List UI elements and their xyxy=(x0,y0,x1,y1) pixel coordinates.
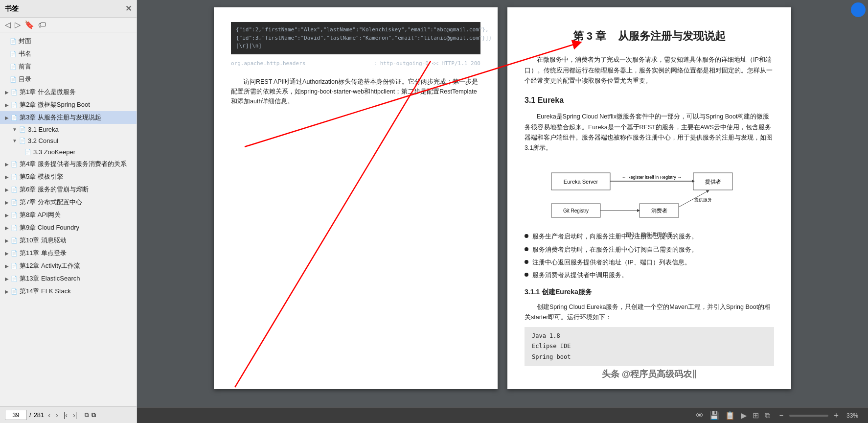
right-page: 第 3 章 从服务注册与发现说起 在微服务中，消费者为了完成一次服务请求，需要知… xyxy=(507,7,791,389)
tree-arrow-ch3-2: ▼ xyxy=(12,138,17,143)
sidebar-item-ch3-2[interactable]: ▼📄3.2 Consul xyxy=(0,135,137,146)
bullet-dot-3 xyxy=(525,260,528,264)
grid-icon[interactable]: ⊞ xyxy=(753,411,759,420)
svg-text:消费者: 消费者 xyxy=(651,208,667,213)
sidebar-item-book-title[interactable]: 📄书名 xyxy=(0,47,137,60)
tree-label-ch9: 第9章 Cloud Foundry xyxy=(20,223,79,232)
bullet-dot-1 xyxy=(525,234,528,238)
tree-label-ch14: 第14章 ELK Stack xyxy=(20,287,71,296)
eureka-create-desc: 创建Spring Cloud Eureka服务，只创建一个空的Maven工程，并… xyxy=(525,302,774,323)
bookmark-back-icon[interactable]: ◁ xyxy=(5,20,11,29)
layout-icon[interactable]: ⧉ xyxy=(765,411,770,420)
sidebar-item-ch8[interactable]: ▶📄第8章 API网关 xyxy=(0,209,137,221)
sidebar-item-preface[interactable]: 📄前言 xyxy=(0,60,137,73)
sidebar-item-ch3-1[interactable]: ▼📄3.1 Eureka xyxy=(0,124,137,135)
sidebar-item-ch4[interactable]: ▶📄第4章 服务提供者与服务消费者的关系 xyxy=(0,158,137,170)
sidebar-item-cover[interactable]: 📄封面 xyxy=(0,35,137,47)
nav-last-button[interactable]: ›| xyxy=(71,411,78,419)
svg-text:Git Registry: Git Registry xyxy=(563,208,589,213)
eye-icon[interactable]: 👁 xyxy=(696,411,704,420)
bookmark-icon-preface: 📄 xyxy=(10,64,17,70)
sidebar-close-button[interactable]: ✕ xyxy=(125,4,132,13)
page-separator: / xyxy=(29,411,31,419)
zoom-out-button[interactable]: － xyxy=(776,410,787,421)
sidebar-item-ch1[interactable]: ▶📄第1章 什么是微服务 xyxy=(0,86,137,98)
sidebar-item-ch9[interactable]: ▶📄第9章 Cloud Foundry xyxy=(0,221,137,234)
tree-arrow-ch4: ▶ xyxy=(5,162,9,167)
eureka-diagram: Eureka Server 提供者 ← Register itself in R… xyxy=(547,161,752,224)
zoom-level: 33% xyxy=(846,412,858,419)
chapter-intro: 在微服务中，消费者为了完成一次服务请求，需要知道具体服务的详细地址（IP和端口）… xyxy=(525,55,774,86)
bookmark-icon-ch12: 📄 xyxy=(11,263,18,269)
env-block: Java 1.8 Eclipse IDE Spring boot xyxy=(525,327,774,367)
nav-first-button[interactable]: |‹ xyxy=(62,411,69,419)
bullet-dot-4 xyxy=(525,273,528,277)
code-line-2: {"id":3,"firstName":"David","lastName":"… xyxy=(236,34,476,43)
sidebar-item-ch12[interactable]: ▶📄第12章 Activity工作流 xyxy=(0,259,137,272)
tree-label-ch3: 第3章 从服务注册与发现说起 xyxy=(20,113,101,122)
bookmark-icon-ch4: 📄 xyxy=(11,161,18,167)
bookmark-icon-ch3: 📄 xyxy=(11,115,18,121)
sidebar-item-ch3-3[interactable]: 📄3.3 ZooKeeper xyxy=(0,146,137,158)
watermark: 头条 @程序员高级码农‖ xyxy=(507,367,791,382)
sidebar-item-ch6[interactable]: ▶📄第6章 服务的雪崩与熔断 xyxy=(0,183,137,196)
sidebar: 书签 ✕ ◁ ▷ 🔖 🏷 📄封面📄书名📄前言📄目录▶📄第1章 什么是微服务▶📄第… xyxy=(0,0,137,423)
sidebar-item-ch13[interactable]: ▶📄第13章 ElasticSearch xyxy=(0,272,137,285)
bullet-dot-2 xyxy=(525,247,528,251)
tree-label-book-title: 书名 xyxy=(19,49,31,58)
zoom-slider[interactable] xyxy=(789,415,828,417)
sidebar-tree: 📄封面📄书名📄前言📄目录▶📄第1章 什么是微服务▶📄第2章 微框架Spring … xyxy=(0,32,137,406)
page-input[interactable] xyxy=(5,410,27,420)
tree-arrow-ch13: ▶ xyxy=(5,276,9,282)
bookmark-icon-ch10: 📄 xyxy=(11,237,18,244)
bookmark-page-icon[interactable]: 🔖 xyxy=(24,20,34,29)
sidebar-item-ch7[interactable]: ▶📄第7章 分布式配置中心 xyxy=(0,196,137,209)
play-icon[interactable]: ▶ xyxy=(741,411,747,420)
sidebar-item-ch10[interactable]: ▶📄第10章 消息驱动 xyxy=(0,234,137,247)
nav-next-button[interactable]: › xyxy=(54,411,60,419)
bullet-item-4: 服务消费者从提供者中调用服务。 xyxy=(525,270,774,281)
sidebar-item-ch3[interactable]: ▶📄第3章 从服务注册与发现说起 xyxy=(0,111,137,124)
page-nav-icon1[interactable]: ⧉ xyxy=(85,411,89,419)
pages-icon[interactable]: 📋 xyxy=(725,411,735,420)
tree-label-cover: 封面 xyxy=(19,37,31,46)
sidebar-item-ch14[interactable]: ▶📄第14章 ELK Stack xyxy=(0,285,137,298)
chapter-title: 第 3 章 从服务注册与发现说起 xyxy=(525,27,774,45)
bookmark-icon-ch7: 📄 xyxy=(11,199,18,206)
env-line-1: Java 1.8 xyxy=(532,331,767,342)
svg-text:提供服务: 提供服务 xyxy=(694,197,712,202)
tree-arrow-ch9: ▶ xyxy=(5,225,9,231)
tree-arrow-ch6: ▶ xyxy=(5,187,9,192)
tree-arrow-ch3-1: ▼ xyxy=(12,127,17,132)
top-right-indicator[interactable] xyxy=(851,2,866,17)
nav-prev-button[interactable]: ‹ xyxy=(46,411,52,419)
bookmark-icon-ch5: 📄 xyxy=(11,174,18,180)
sidebar-toolbar: ◁ ▷ 🔖 🏷 xyxy=(0,18,137,32)
bookmark-add-icon[interactable]: 🏷 xyxy=(38,21,46,29)
save-icon[interactable]: 💾 xyxy=(709,411,719,420)
tree-arrow-ch11: ▶ xyxy=(5,251,9,256)
http-response-line: org.apache.http.headers : http-outgoing-… xyxy=(231,59,480,68)
tree-arrow-ch14: ▶ xyxy=(5,289,9,294)
bookmark-forward-icon[interactable]: ▷ xyxy=(15,20,21,29)
svg-text:提供者: 提供者 xyxy=(705,179,721,185)
sidebar-item-toc[interactable]: 📄目录 xyxy=(0,73,137,86)
env-line-2: Eclipse IDE xyxy=(532,341,767,352)
left-page-paragraph: 访问REST API时通过Authorization标头传递基本身份验证。它分两… xyxy=(231,77,480,106)
page-nav-icon2[interactable]: ⧉ xyxy=(91,411,96,419)
tree-label-ch10: 第10章 消息驱动 xyxy=(20,236,67,245)
bookmark-icon-ch11: 📄 xyxy=(11,250,18,257)
bullet-item-3: 注册中心返回服务提供者的地址（IP、端口）列表信息。 xyxy=(525,258,774,268)
tree-label-ch13: 第13章 ElasticSearch xyxy=(20,274,80,283)
zoom-in-button[interactable]: ＋ xyxy=(831,410,842,421)
tree-arrow-ch2: ▶ xyxy=(5,102,9,108)
bullet-item-2: 服务消费者启动时，在服务注册中心订阅自己需要的服务。 xyxy=(525,245,774,255)
sidebar-item-ch2[interactable]: ▶📄第2章 微框架Spring Boot xyxy=(0,98,137,111)
zoom-control: － ＋ 33% xyxy=(776,410,858,421)
diagram-caption: 图3.1 服务调用关系 xyxy=(547,230,752,239)
bookmark-icon-ch9: 📄 xyxy=(11,225,18,231)
sidebar-item-ch11[interactable]: ▶📄第11章 单点登录 xyxy=(0,247,137,259)
sidebar-item-ch5[interactable]: ▶📄第5章 模板引擎 xyxy=(0,170,137,183)
tree-label-ch8: 第8章 API网关 xyxy=(20,211,61,219)
bookmark-icon-ch8: 📄 xyxy=(11,212,18,218)
